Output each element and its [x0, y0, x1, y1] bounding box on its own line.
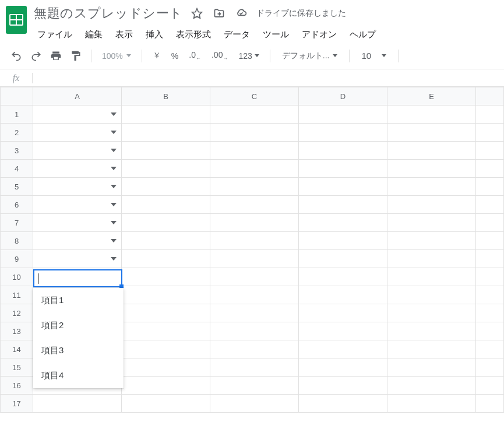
- menu-view[interactable]: 表示: [110, 27, 139, 43]
- cell[interactable]: [210, 322, 299, 340]
- menu-data[interactable]: データ: [218, 27, 256, 43]
- zoom-dropdown[interactable]: 100%: [98, 51, 135, 61]
- row-header[interactable]: 6: [1, 196, 33, 214]
- cell[interactable]: [476, 358, 504, 377]
- cell[interactable]: [210, 358, 299, 377]
- dv-option[interactable]: 項目1: [33, 288, 124, 313]
- cell[interactable]: [33, 106, 122, 124]
- cell[interactable]: [122, 395, 210, 413]
- row-header[interactable]: 10: [1, 268, 33, 286]
- cell[interactable]: [299, 196, 387, 214]
- cell[interactable]: [210, 124, 299, 142]
- cell[interactable]: [299, 214, 387, 232]
- doc-title[interactable]: 無題のスプレッドシート: [34, 5, 183, 22]
- row-header[interactable]: 3: [1, 142, 33, 160]
- cell[interactable]: [210, 160, 299, 178]
- cell[interactable]: [210, 377, 299, 395]
- cell[interactable]: [33, 214, 122, 232]
- select-all-corner[interactable]: [1, 87, 33, 106]
- row-header[interactable]: 15: [1, 358, 33, 377]
- cell[interactable]: [299, 232, 387, 250]
- cell[interactable]: [387, 304, 476, 322]
- cell[interactable]: [387, 377, 476, 395]
- font-size-dropdown[interactable]: 10: [357, 51, 391, 61]
- cell[interactable]: [33, 178, 122, 196]
- cell[interactable]: [122, 214, 210, 232]
- font-family-dropdown[interactable]: デフォルト...: [277, 51, 343, 61]
- cell[interactable]: [299, 106, 387, 124]
- cell[interactable]: [33, 142, 122, 160]
- cell[interactable]: [210, 178, 299, 196]
- cell[interactable]: [476, 232, 504, 250]
- cell[interactable]: [122, 358, 210, 377]
- redo-icon[interactable]: [28, 48, 44, 64]
- cell[interactable]: [387, 268, 476, 286]
- cell[interactable]: [122, 268, 210, 286]
- cell[interactable]: [387, 214, 476, 232]
- cell[interactable]: [210, 286, 299, 304]
- cell[interactable]: [210, 340, 299, 358]
- row-header[interactable]: 14: [1, 340, 33, 358]
- cell[interactable]: [33, 268, 122, 286]
- data-validation-dropdown-icon[interactable]: [111, 239, 117, 242]
- cell[interactable]: [387, 340, 476, 358]
- row-header[interactable]: 8: [1, 232, 33, 250]
- row-header[interactable]: 16: [1, 377, 33, 395]
- cell[interactable]: [476, 268, 504, 286]
- data-validation-dropdown-icon[interactable]: [111, 149, 117, 152]
- row-header[interactable]: 9: [1, 250, 33, 268]
- cell[interactable]: [476, 178, 504, 196]
- dv-option[interactable]: 項目3: [33, 338, 124, 363]
- data-validation-dropdown-icon[interactable]: [111, 203, 117, 206]
- cell[interactable]: [210, 304, 299, 322]
- cell[interactable]: [210, 106, 299, 124]
- cell[interactable]: [122, 160, 210, 178]
- cell[interactable]: [299, 340, 387, 358]
- row-header[interactable]: 12: [1, 304, 33, 322]
- more-formats-dropdown[interactable]: 123: [235, 51, 262, 61]
- data-validation-dropdown-icon[interactable]: [111, 221, 117, 224]
- cell[interactable]: [387, 232, 476, 250]
- cell[interactable]: [210, 395, 299, 413]
- cell[interactable]: [476, 196, 504, 214]
- menu-format[interactable]: 表示形式: [170, 27, 217, 43]
- cell[interactable]: [476, 124, 504, 142]
- dv-option[interactable]: 項目4: [33, 363, 124, 388]
- data-validation-dropdown-icon[interactable]: [111, 185, 117, 188]
- cell[interactable]: [299, 377, 387, 395]
- row-header[interactable]: 7: [1, 214, 33, 232]
- row-header[interactable]: 4: [1, 160, 33, 178]
- cell[interactable]: [210, 268, 299, 286]
- cell[interactable]: [476, 106, 504, 124]
- increase-decimal-button[interactable]: .00→: [208, 50, 231, 61]
- menu-help[interactable]: ヘルプ: [344, 27, 382, 43]
- undo-icon[interactable]: [8, 48, 24, 64]
- cell[interactable]: [122, 377, 210, 395]
- percent-button[interactable]: %: [168, 51, 182, 61]
- cell[interactable]: [122, 340, 210, 358]
- data-validation-dropdown-icon[interactable]: [111, 112, 117, 116]
- cell[interactable]: [33, 160, 122, 178]
- formula-input[interactable]: [33, 69, 504, 86]
- star-icon[interactable]: [189, 5, 205, 22]
- menu-file[interactable]: ファイル: [31, 27, 78, 43]
- menu-addons[interactable]: アドオン: [296, 27, 343, 43]
- cell[interactable]: [33, 395, 122, 413]
- row-header[interactable]: 2: [1, 124, 33, 142]
- row-header[interactable]: 17: [1, 395, 33, 413]
- menu-edit[interactable]: 編集: [79, 27, 108, 43]
- cell[interactable]: [299, 250, 387, 268]
- cell[interactable]: [299, 322, 387, 340]
- cell[interactable]: [387, 250, 476, 268]
- cell[interactable]: [476, 395, 504, 413]
- col-header-b[interactable]: B: [122, 87, 210, 106]
- data-validation-dropdown-icon[interactable]: [111, 131, 117, 134]
- cell[interactable]: [122, 232, 210, 250]
- cloud-saved-icon[interactable]: [233, 5, 249, 22]
- cell[interactable]: [387, 142, 476, 160]
- cell[interactable]: [299, 304, 387, 322]
- cell[interactable]: [122, 106, 210, 124]
- cell[interactable]: [476, 160, 504, 178]
- cell[interactable]: [476, 340, 504, 358]
- print-icon[interactable]: [48, 48, 64, 64]
